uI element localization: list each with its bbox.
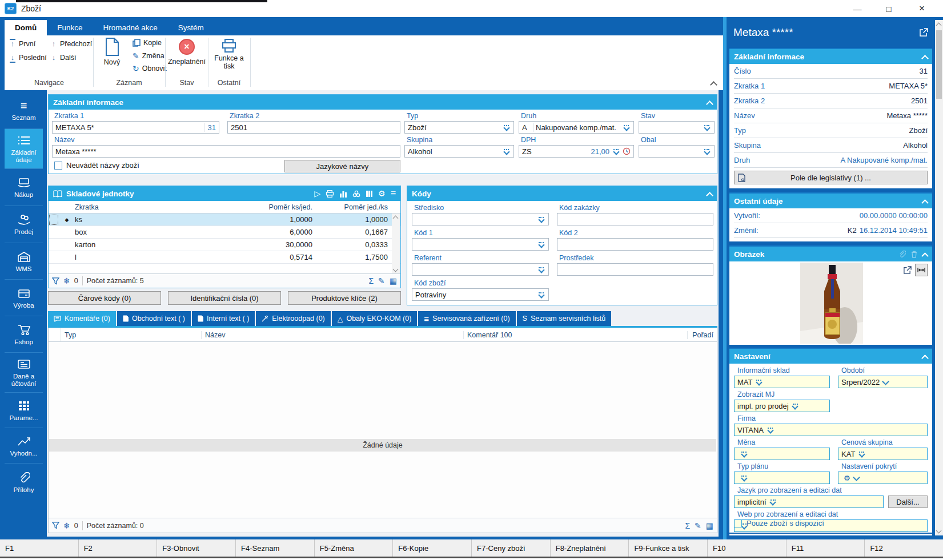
dropdown-icon[interactable] (537, 215, 545, 224)
typ-field[interactable]: Zboží (404, 121, 514, 134)
dropdown-icon[interactable] (740, 474, 748, 482)
typ-planu-field[interactable] (734, 472, 830, 484)
kod-zbozi-field[interactable]: Potraviny (412, 288, 549, 301)
clock-icon[interactable] (623, 147, 631, 155)
product-keys-button[interactable]: Produktové klíče (2) (288, 291, 401, 305)
legislation-fields-button[interactable]: Pole dle legislativy (1) ... (734, 171, 928, 184)
tab-seznam-servisnich-listu[interactable]: S Seznam servisních listů (517, 311, 612, 326)
dropdown-icon[interactable] (537, 291, 545, 299)
fkey-f4[interactable]: F4-Seznam (236, 539, 315, 557)
ribbon-tab-funkce[interactable]: Funkce (47, 20, 93, 35)
dispozice-checkbox[interactable]: Pouze zboží s dispozicí (734, 519, 824, 527)
cenova-skupina-field[interactable]: KAT (838, 448, 928, 460)
firma-field[interactable]: VITANA (734, 424, 928, 436)
barcodes-button[interactable]: Čárové kódy (0) (48, 291, 161, 305)
stock-row-l[interactable]: l 0,5714 1,7500 (49, 251, 400, 264)
close-button[interactable]: × (909, 1, 934, 16)
col-nazev[interactable]: Název (201, 331, 463, 339)
nav-last-button[interactable]: ↓ Poslední (9, 54, 47, 62)
tab-obaly-eko-kom[interactable]: △ Obaly EKO-KOM (0) (332, 311, 418, 326)
dropdown-icon[interactable] (857, 450, 866, 458)
fkey-f5[interactable]: F5-Změna (315, 539, 394, 557)
fkey-f9[interactable]: F9-Funkce a tisk (629, 539, 708, 557)
table-scrollbar[interactable] (392, 213, 400, 273)
kod-zakazky-field[interactable] (557, 213, 713, 225)
stock-row-ks[interactable]: ◆ ks 1,0000 1,0000 (49, 213, 400, 226)
fkey-f7[interactable]: F7-Ceny zboží (472, 539, 551, 557)
fit-image-button[interactable] (915, 264, 928, 276)
info-sklad-field[interactable]: MAT (734, 376, 830, 388)
settings-gear-icon[interactable]: ⚙ (378, 189, 386, 198)
open-external-icon[interactable] (919, 28, 928, 37)
chevron-down-icon[interactable] (853, 474, 860, 481)
skupina-field[interactable]: Alkohol (404, 145, 514, 158)
checkbox-icon[interactable] (734, 519, 742, 527)
sidebar-item-seznam[interactable]: ≡ Seznam (5, 91, 43, 129)
col-komentar[interactable]: Komentář 100 (463, 331, 687, 339)
sidebar-item-dane-uctovani[interactable]: Daně a účtování (5, 353, 43, 393)
dropdown-icon[interactable] (703, 123, 711, 132)
columns-icon[interactable] (366, 190, 373, 198)
functions-print-button[interactable]: Funkce a tisk (210, 39, 248, 70)
copy-button[interactable]: Kopie (133, 39, 162, 47)
filter-icon[interactable] (52, 277, 59, 285)
col-zkratka[interactable]: Zkratka (75, 203, 234, 211)
chart-icon[interactable] (339, 190, 347, 198)
sidebar-item-eshop[interactable]: Eshop (5, 316, 43, 353)
zkratka1-field[interactable]: METAXA 5* 31 (52, 121, 219, 134)
prostredek-field[interactable] (557, 263, 713, 276)
collapse-icon[interactable] (922, 252, 928, 257)
no-names-checkbox[interactable]: Neuvádět názvy zboží (54, 161, 139, 170)
gear-icon[interactable]: ⚙ (844, 474, 850, 482)
kod1-field[interactable] (412, 238, 549, 251)
dropdown-icon[interactable] (740, 450, 748, 458)
play-icon[interactable]: ▷ (314, 189, 320, 198)
edit-icon[interactable]: ✎ (378, 276, 385, 285)
nazev-field[interactable]: Metaxa ***** (52, 145, 400, 158)
right-panel-scrollbar[interactable] (935, 20, 943, 535)
col-pomer-jed[interactable]: Poměr jed./ks (312, 203, 391, 211)
sidebar-item-zakladni-udaje[interactable]: Základní údaje (5, 129, 43, 169)
dropdown-icon[interactable] (769, 498, 777, 506)
sum-icon[interactable]: Σ (685, 521, 690, 530)
filter-icon[interactable] (52, 522, 59, 529)
fkey-f10[interactable]: F10 (708, 539, 786, 557)
dropdown-icon[interactable] (502, 147, 511, 156)
sidebar-item-vyhodnoceni[interactable]: Vyhodn... (5, 428, 43, 464)
jazyk-field[interactable]: implicitní (734, 495, 884, 508)
druh-field[interactable]: A Nakupované komp./mat. (519, 121, 634, 134)
obdobi-field[interactable]: Srpen/2022 (838, 376, 928, 388)
scroll-down-icon[interactable] (937, 529, 941, 534)
minimize-button[interactable]: — (845, 1, 870, 16)
ribbon-collapse-icon[interactable] (711, 80, 716, 86)
collapse-icon[interactable] (922, 54, 928, 59)
collapse-icon[interactable] (707, 100, 712, 105)
nav-prev-button[interactable]: ↑ Předchozí (50, 40, 92, 48)
sidebar-item-vyroba[interactable]: Výroba (5, 280, 43, 316)
zobrazit-mj-field[interactable]: impl. pro prodej (734, 400, 830, 412)
delete-image-icon[interactable] (911, 251, 917, 258)
maximize-button[interactable]: □ (876, 1, 901, 16)
new-record-button[interactable]: Nový (97, 38, 127, 66)
sum-icon[interactable]: Σ (368, 276, 374, 285)
col-poradi[interactable]: Pořadí (687, 331, 717, 339)
col-typ[interactable]: Typ (61, 331, 201, 339)
table-add-icon[interactable]: ▦ (706, 521, 713, 530)
freeze-icon[interactable]: ❄ (63, 276, 70, 285)
fkey-f11[interactable]: F11 (786, 539, 865, 557)
nastaveni-pokryti-field[interactable]: ⚙ (838, 472, 928, 484)
tab-komentare[interactable]: Komentáře (0) (48, 311, 116, 326)
sidebar-item-nakup[interactable]: Nákup (5, 169, 43, 206)
stav-field[interactable] (639, 121, 715, 134)
chevron-down-icon[interactable] (882, 378, 889, 385)
dalsi-button[interactable]: Další... (888, 495, 928, 508)
scrollbar-thumb[interactable] (936, 30, 942, 99)
tab-servisovana-zarizeni[interactable]: ≡ Servisovaná zařízení (0) (418, 311, 515, 326)
menu-icon[interactable]: ≡ (391, 188, 396, 199)
fkey-f2[interactable]: F2 (79, 539, 158, 557)
fkey-f12[interactable]: F12 (865, 539, 943, 557)
dropdown-icon[interactable] (791, 402, 800, 410)
fkey-f1[interactable]: F1 (0, 539, 79, 557)
freeze-icon[interactable]: ❄ (63, 521, 70, 530)
scroll-up-icon[interactable] (394, 215, 398, 219)
